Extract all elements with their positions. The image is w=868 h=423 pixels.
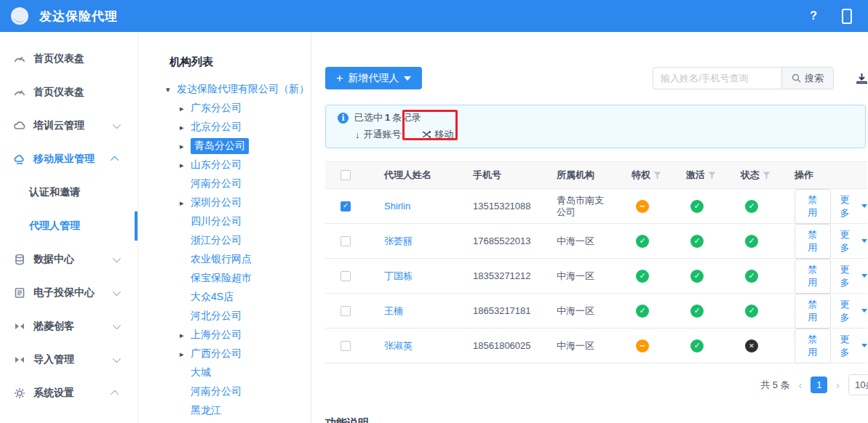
tree-node-root[interactable]: 发达保险代理有限公司（新） — [166, 80, 311, 99]
next-page-icon[interactable]: › — [835, 379, 841, 391]
tree-expand-icon[interactable] — [180, 123, 191, 132]
table-row: 丁国栋 18353271212 中海一区 禁用 更多 — [325, 259, 867, 294]
filter-icon[interactable] — [763, 172, 771, 180]
tree-expand-icon[interactable] — [180, 161, 191, 170]
activation-status-icon — [690, 270, 704, 283]
tree-node[interactable]: 河南分公司 — [166, 382, 311, 401]
gauge-icon — [12, 86, 26, 100]
sidebar-item-dashboard-1[interactable]: 首页仪表盘 — [0, 42, 138, 76]
sidebar-item-songling-maker[interactable]: 淞菱创客 — [0, 310, 138, 343]
add-agent-button[interactable]: + 新增代理人 — [325, 67, 422, 89]
disable-button[interactable]: 禁用 — [795, 224, 831, 259]
table-row: 张淑英 18561806025 中海一区 禁用 更多 — [325, 329, 867, 363]
tree-node[interactable]: 浙江分公司 — [166, 231, 311, 250]
activation-status-icon — [690, 339, 704, 352]
disable-button[interactable]: 禁用 — [795, 189, 831, 224]
current-page[interactable]: 1 — [811, 376, 827, 393]
tree-node[interactable]: 广东分公司 — [166, 99, 311, 118]
cloud-icon — [12, 119, 26, 133]
tree-node[interactable]: 河北分公司 — [166, 307, 311, 326]
sidebar-item-dashboard-2[interactable]: 首页仪表盘 — [0, 76, 138, 109]
tree-node[interactable]: 河南分公司 — [166, 174, 311, 193]
tree-node[interactable]: 农业银行网点 — [166, 250, 311, 269]
col-phone: 手机号 — [455, 169, 538, 182]
more-dropdown[interactable]: 更多 — [840, 263, 867, 289]
sidebar-item-label: 首页仪表盘 — [33, 86, 84, 99]
privilege-status-icon — [636, 305, 649, 318]
sidebar-item-system-settings[interactable]: 系统设置 — [0, 376, 138, 410]
tree-node[interactable]: 北京分公司 — [166, 118, 311, 137]
row-checkbox[interactable] — [341, 236, 351, 246]
sidebar-item-agent-management[interactable]: 代理人管理 — [0, 209, 138, 243]
row-checkbox[interactable] — [341, 306, 351, 316]
disable-button[interactable]: 禁用 — [795, 294, 831, 329]
agent-name-link[interactable]: 丁国栋 — [384, 270, 413, 281]
account-status-icon — [745, 339, 758, 352]
tree-node-selected[interactable]: 青岛分公司 — [166, 137, 311, 156]
privilege-status-icon — [636, 200, 649, 213]
tree-expand-icon[interactable] — [180, 350, 191, 359]
caret-down-icon — [861, 239, 867, 243]
sidebar-item-label: 导入管理 — [33, 353, 74, 366]
tree-node[interactable]: 黑龙江 — [166, 401, 311, 420]
move-action[interactable]: 移动 — [422, 128, 454, 141]
sidebar-item-import-management[interactable]: 导入管理 — [0, 343, 138, 376]
chevron-down-icon — [113, 121, 121, 129]
filter-icon[interactable] — [708, 172, 716, 180]
disable-button[interactable]: 禁用 — [795, 259, 831, 294]
agent-name-link[interactable]: 张淑英 — [384, 340, 413, 351]
top-bar: 发达保险代理 ? — [0, 0, 868, 32]
search-button[interactable]: 搜索 — [781, 67, 834, 89]
mobile-device-icon[interactable] — [842, 9, 852, 24]
add-agent-label: 新增代理人 — [348, 72, 399, 85]
tree-node[interactable]: 广西分公司 — [166, 345, 311, 363]
activation-status-icon — [690, 200, 704, 213]
agent-phone: 18353271212 — [455, 270, 538, 281]
help-icon[interactable]: ? — [810, 9, 817, 23]
sidebar-item-training-cloud[interactable]: 培训云管理 — [0, 109, 138, 142]
agent-name-link[interactable]: Shirlin — [384, 201, 410, 212]
sidebar-item-mobile-business[interactable]: 移动展业管理 — [0, 142, 138, 176]
agent-name-link[interactable]: 张荟丽 — [384, 235, 413, 246]
row-checkbox[interactable] — [341, 271, 351, 281]
org-tree-panel: 机构列表 发达保险代理有限公司（新） 广东分公司 北京分公司 青岛分公司 — [138, 32, 311, 423]
connector-icon — [12, 320, 26, 334]
sidebar: 首页仪表盘 首页仪表盘 培训云管理 移动展业管理 — [0, 32, 138, 423]
tree-node[interactable]: 四川分公司 — [166, 212, 311, 231]
sidebar-item-e-policy-center[interactable]: 电子投保中心 — [0, 276, 138, 310]
app-logo-icon — [10, 7, 29, 25]
row-checkbox[interactable] — [341, 201, 351, 212]
tree-expand-icon[interactable] — [166, 85, 177, 94]
tree-node[interactable]: 保宝保险超市 — [166, 269, 311, 288]
export-download-icon[interactable] — [856, 72, 868, 84]
filter-icon[interactable] — [653, 172, 661, 180]
disable-button[interactable]: 禁用 — [795, 329, 831, 363]
tree-node[interactable]: 深圳分公司 — [166, 193, 311, 212]
sidebar-item-data-center[interactable]: 数据中心 — [0, 243, 138, 276]
tree-node[interactable]: 上海分公司 — [166, 326, 311, 345]
tree-expand-icon[interactable] — [180, 104, 191, 113]
search-group: 搜索 — [653, 67, 834, 89]
prev-page-icon[interactable]: ‹ — [797, 379, 804, 391]
row-checkbox[interactable] — [341, 341, 351, 351]
more-dropdown[interactable]: 更多 — [840, 333, 867, 359]
select-all-checkbox[interactable] — [341, 170, 351, 180]
sidebar-item-auth-invite[interactable]: 认证和邀请 — [0, 176, 138, 209]
more-dropdown[interactable]: 更多 — [840, 298, 867, 324]
agent-name-link[interactable]: 王楠 — [384, 305, 403, 316]
more-dropdown[interactable]: 更多 — [840, 193, 867, 219]
sidebar-item-label: 淞菱创客 — [33, 320, 74, 333]
tree-expand-icon[interactable] — [180, 198, 191, 208]
tree-expand-icon[interactable] — [180, 331, 191, 340]
chevron-down-icon — [113, 355, 121, 363]
tree-node[interactable]: 大众4S店 — [166, 288, 311, 307]
open-account-action[interactable]: 开通账号 — [355, 128, 402, 141]
col-privilege: 特权 — [621, 169, 676, 182]
page-size-select[interactable]: 10条/页 — [848, 374, 868, 395]
caret-down-icon — [861, 344, 867, 347]
tree-node[interactable]: 大城 — [166, 363, 311, 382]
tree-expand-icon[interactable] — [180, 142, 191, 151]
more-dropdown[interactable]: 更多 — [840, 228, 867, 254]
search-input[interactable] — [653, 67, 781, 89]
tree-node[interactable]: 山东分公司 — [166, 156, 311, 174]
